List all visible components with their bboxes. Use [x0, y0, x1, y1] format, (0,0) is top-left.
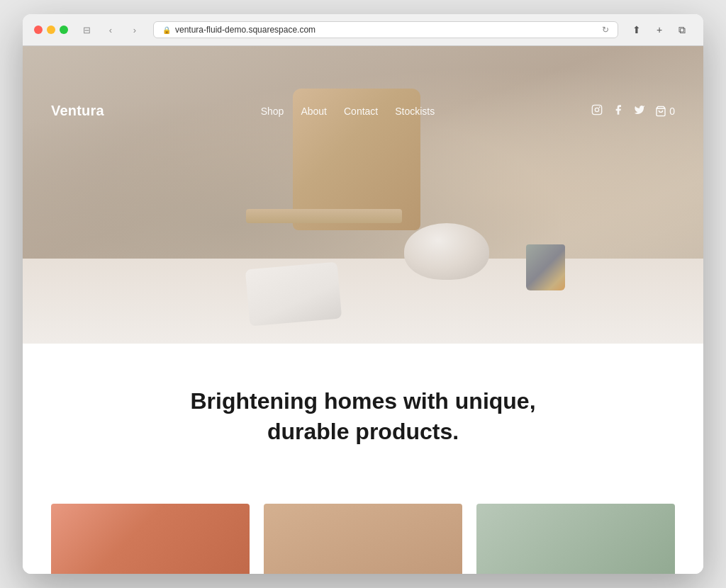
table-surface	[23, 259, 703, 344]
address-bar[interactable]: 🔒 ventura-fluid-demo.squarespace.com ↻	[153, 21, 618, 38]
maximize-button[interactable]	[60, 26, 68, 34]
browser-chrome: ⊟ ‹ › 🔒 ventura-fluid-demo.squarespace.c…	[23, 14, 703, 46]
traffic-lights	[34, 26, 68, 34]
fabric-prop	[245, 261, 342, 326]
facebook-icon[interactable]	[613, 104, 624, 118]
url-text: ventura-fluid-demo.squarespace.com	[175, 25, 315, 35]
product-thumbnail-1	[51, 504, 250, 574]
back-button[interactable]: ‹	[101, 22, 121, 38]
nav-contact[interactable]: Contact	[344, 106, 378, 117]
nav-stockists[interactable]: Stockists	[395, 106, 435, 117]
product-card-1[interactable]	[51, 504, 250, 574]
nav-links: Shop About Contact Stockists	[261, 106, 435, 117]
lock-icon: 🔒	[162, 26, 171, 34]
browser-actions: ⬆ + ⧉	[627, 22, 692, 38]
nav-shop[interactable]: Shop	[261, 106, 284, 117]
twitter-icon[interactable]	[634, 104, 645, 118]
close-button[interactable]	[34, 26, 43, 34]
cart-count: 0	[669, 106, 675, 117]
product-card-2[interactable]	[264, 504, 462, 574]
site-wrapper: Ventura Shop About Contact Stockists	[23, 46, 703, 574]
content-section: Brightening homes with unique, durable p…	[23, 344, 703, 504]
website: Ventura Shop About Contact Stockists	[23, 46, 703, 574]
products-preview	[23, 504, 703, 574]
ceramic-bowl	[404, 223, 489, 280]
product-thumbnail-2	[264, 504, 462, 574]
cart-link[interactable]: 0	[655, 106, 675, 117]
tagline-heading: Brightening homes with unique, durable p…	[186, 386, 540, 447]
forward-button[interactable]: ›	[125, 22, 145, 38]
browser-window: ⊟ ‹ › 🔒 ventura-fluid-demo.squarespace.c…	[23, 14, 703, 574]
reload-button[interactable]: ↻	[602, 25, 609, 35]
chair-seat	[246, 209, 402, 223]
minimize-button[interactable]	[47, 26, 55, 34]
site-logo[interactable]: Ventura	[51, 103, 104, 119]
site-nav: Ventura Shop About Contact Stockists	[23, 86, 703, 136]
svg-rect-0	[593, 105, 602, 114]
browser-controls: ⊟ ‹ ›	[77, 22, 145, 38]
product-thumbnail-3	[476, 504, 675, 574]
new-tab-button[interactable]: +	[649, 22, 669, 38]
product-card-3[interactable]	[476, 504, 675, 574]
svg-point-2	[599, 106, 601, 108]
nav-about[interactable]: About	[301, 106, 327, 117]
tabs-overview-button[interactable]: ⧉	[672, 22, 692, 38]
share-button[interactable]: ⬆	[627, 22, 647, 38]
nav-icons: 0	[591, 104, 675, 118]
small-cup	[526, 244, 565, 290]
instagram-icon[interactable]	[591, 104, 603, 118]
sidebar-toggle-button[interactable]: ⊟	[77, 22, 96, 38]
svg-point-1	[596, 108, 599, 111]
